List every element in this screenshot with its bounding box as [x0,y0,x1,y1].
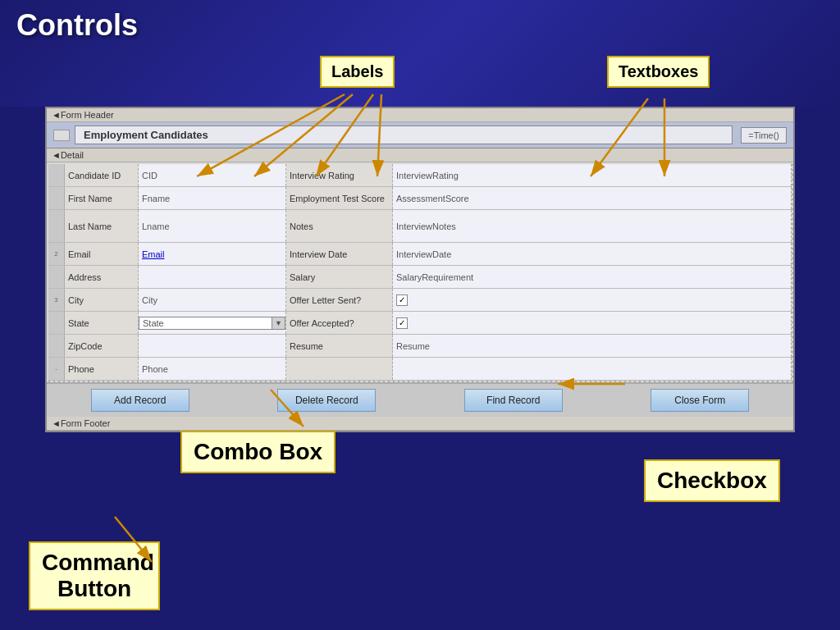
command-button-annotation: Command Button [29,541,160,610]
field-assessment-score[interactable]: AssessmentScore [393,187,792,209]
time-field: =Time() [741,127,787,144]
row-marker [48,187,65,209]
label-email: Email [65,243,139,265]
checkbox-offer-letter[interactable]: ✓ [396,294,408,306]
checkbox-annotation: Checkbox [644,459,780,502]
label-salary: Salary [286,266,393,288]
checkbox-offer-accepted[interactable]: ✓ [396,317,408,329]
label-notes: Notes [286,210,393,242]
label-offer-accepted: Offer Accepted? [286,312,393,334]
field-zipcode[interactable] [139,335,286,357]
field-offer-letter: ✓ [393,289,792,311]
field-lname[interactable]: Lname [139,210,286,242]
field-email[interactable]: Email [139,243,286,265]
labels-annotation: Labels [320,56,395,88]
detail-arrow: ◄ [52,150,61,160]
field-state: State ▼ [139,312,286,334]
label-offer-letter: Offer Letter Sent? [286,289,393,311]
row-marker: 2 [48,243,65,265]
form-footer-band: ◄ Form Footer [47,417,793,431]
form-wrapper: Combo Box Checkbox Command Button ◄ Form… [21,107,819,432]
footer-arrow: ◄ [52,418,61,428]
delete-record-button[interactable]: Delete Record [277,389,376,412]
field-fname[interactable]: Fname [139,187,286,209]
label-empty [286,358,393,380]
label-interview-date: Interview Date [286,243,393,265]
form-header-band: ◄ Form Header [47,108,793,122]
label-city: City [65,289,139,311]
table-row: ZipCode Resume Resume [48,335,792,358]
form-header-arrow: ◄ [52,110,61,120]
button-bar: Add Record Delete Record Find Record Clo… [47,382,793,417]
label-first-name: First Name [65,187,139,209]
field-phone[interactable]: Phone [139,358,286,380]
label-last-name: Last Name [65,210,139,242]
field-interview-date[interactable]: InterviewDate [393,243,792,265]
access-form: ◄ Form Header Employment Candidates =Tim… [45,107,795,432]
form-header-content: Employment Candidates =Time() [47,122,793,148]
field-offer-accepted: ✓ [393,312,792,334]
field-interview-notes[interactable]: InterviewNotes [393,210,792,242]
detail-area: Candidate ID CID Interview Rating Interv… [47,162,793,382]
field-interview-rating[interactable]: InterviewRating [393,164,792,186]
detail-band: ◄ Detail [47,148,793,162]
row-marker [48,164,65,186]
table-row: State State ▼ Offer Accepted? ✓ [48,312,792,335]
table-row: Last Name Lname Notes InterviewNotes [48,210,792,243]
state-combo[interactable]: State ▼ [139,317,285,330]
textboxes-annotation: Textboxes [607,56,710,88]
table-row: 2 Email Email Interview Date InterviewDa… [48,243,792,266]
form-icon [53,130,70,141]
table-row: Candidate ID CID Interview Rating Interv… [48,164,792,187]
table-row: 3 City City Offer Letter Sent? ✓ [48,289,792,312]
label-state: State [65,312,139,334]
label-resume: Resume [286,335,393,357]
table-row: Address Salary SalaryRequirement [48,266,792,289]
label-candidate-id: Candidate ID [65,164,139,186]
field-address[interactable] [139,266,286,288]
add-record-button[interactable]: Add Record [91,389,189,412]
label-zipcode: ZipCode [65,335,139,357]
combo-box-annotation: Combo Box [180,431,336,473]
table-row: First Name Fname Employment Test Score A… [48,187,792,210]
table-row: - Phone Phone [48,358,792,381]
row-marker [48,335,65,357]
field-salary[interactable]: SalaryRequirement [393,266,792,288]
row-marker: - [48,358,65,380]
page-header: Controls Labels Textboxes [0,0,840,107]
field-cid[interactable]: CID [139,164,286,186]
field-city[interactable]: City [139,289,286,311]
form-title: Employment Candidates [75,126,733,144]
row-marker: 3 [48,289,65,311]
row-marker [48,312,65,334]
field-empty [393,358,792,380]
combo-state-text: State [139,317,272,329]
label-address: Address [65,266,139,288]
close-form-button[interactable]: Close Form [651,389,749,412]
label-test-score: Employment Test Score [286,187,393,209]
label-phone: Phone [65,358,139,380]
field-resume[interactable]: Resume [393,335,792,357]
find-record-button[interactable]: Find Record [464,389,563,412]
page-title: Controls [16,8,824,43]
combo-dropdown-icon[interactable]: ▼ [272,317,285,329]
row-marker [48,266,65,288]
row-marker [48,210,65,242]
label-interview-rating: Interview Rating [286,164,393,186]
